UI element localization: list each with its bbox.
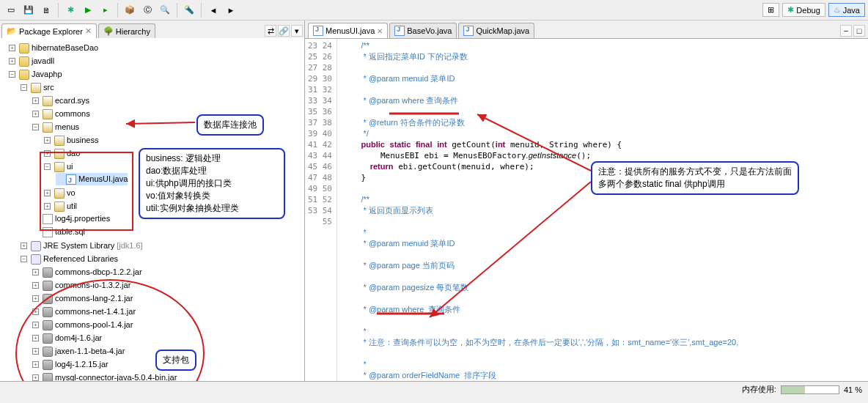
perspective-debug-label: Debug bbox=[796, 6, 820, 15]
code-editor[interactable]: /** * 返回指定菜单ID 下的记录数 * @param menuid 菜单I… bbox=[337, 39, 868, 381]
new-class-button[interactable]: Ⓒ bbox=[139, 2, 155, 18]
tab-menusui[interactable]: MenusUI.java✕ bbox=[308, 23, 388, 38]
jar-mysql[interactable]: +mysql-connector-java-5.0.4-bin.jar bbox=[32, 371, 177, 381]
open-perspective-button[interactable]: ⊞ bbox=[762, 3, 779, 17]
editor-tabs: MenusUI.java✕ BaseVo.java QuickMap.java … bbox=[305, 21, 868, 38]
pkg-ui[interactable]: −ui bbox=[44, 160, 73, 173]
run-button[interactable]: ▶ bbox=[80, 2, 96, 18]
jre-library[interactable]: +JRE System Library [jdk1.6] bbox=[21, 240, 143, 252]
jar-lang[interactable]: +commons-lang-2.1.jar bbox=[32, 292, 133, 305]
view-menu-icon[interactable]: ▾ bbox=[291, 25, 303, 37]
perspective-java-label: Java bbox=[843, 6, 860, 15]
save-button[interactable]: 💾 bbox=[21, 2, 37, 18]
save-all-button[interactable]: 🗎 bbox=[38, 2, 54, 18]
tab-quickmap[interactable]: QuickMap.java bbox=[458, 23, 534, 38]
tab-hierarchy[interactable]: 🌳 Hierarchy bbox=[98, 23, 155, 38]
debug-button[interactable]: ✱ bbox=[62, 2, 78, 18]
file-table-sql[interactable]: table.sql bbox=[32, 226, 85, 238]
run-last-button[interactable]: ▸ bbox=[98, 2, 114, 18]
heap-label: 41 % bbox=[844, 385, 862, 394]
pkg-ecard-sys[interactable]: +ecard.sys bbox=[32, 95, 89, 107]
back-button[interactable]: ◄ bbox=[205, 2, 221, 18]
tab-package-explorer-label: Package Explorer bbox=[19, 27, 83, 36]
project-Javaphp[interactable]: −Javaphp bbox=[9, 68, 62, 81]
pkg-business[interactable]: +business bbox=[44, 134, 98, 147]
minimize-icon[interactable]: − bbox=[840, 25, 852, 37]
main-toolbar: ▭ 💾 🗎 ✱ ▶ ▸ 📦 Ⓒ 🔍 🔦 ◄ ► ⊞ ✱Debug ♨Java bbox=[0, 0, 868, 21]
file-log4j[interactable]: log4j.properties bbox=[32, 212, 110, 225]
status-bar: 内存使用: 41 % bbox=[0, 381, 868, 397]
tab-package-explorer[interactable]: 📂 Package Explorer ✕ bbox=[1, 23, 97, 38]
pkg-util[interactable]: +util bbox=[44, 200, 77, 212]
referenced-libraries[interactable]: −Referenced Libraries bbox=[21, 253, 118, 265]
tab-hierarchy-label: Hierarchy bbox=[116, 27, 150, 36]
new-button[interactable]: ▭ bbox=[3, 2, 19, 18]
tab-basevo[interactable]: BaseVo.java bbox=[389, 23, 457, 38]
new-package-button[interactable]: 📦 bbox=[122, 2, 138, 18]
jar-dom4j[interactable]: +dom4j-1.6.jar bbox=[32, 332, 102, 344]
jar-log4j[interactable]: +log4j-1.2.15.jar bbox=[32, 358, 108, 371]
jar-pool[interactable]: +commons-pool-1.4.jar bbox=[32, 319, 133, 331]
maximize-icon[interactable]: □ bbox=[853, 25, 865, 37]
jar-io[interactable]: +commons-io-1.3.2.jar bbox=[32, 279, 130, 292]
jar-net[interactable]: +commons-net-1.4.1.jar bbox=[32, 306, 136, 318]
forward-button[interactable]: ► bbox=[223, 2, 239, 18]
src-folder[interactable]: −src bbox=[21, 81, 54, 94]
project-javadll[interactable]: +javadll bbox=[9, 55, 54, 67]
collapse-all-icon[interactable]: ⇄ bbox=[265, 25, 276, 37]
project-hibernateBaseDao[interactable]: +hibernateBaseDao bbox=[9, 42, 98, 54]
pkg-dao[interactable]: +dao bbox=[44, 147, 80, 160]
pkg-menus[interactable]: −menus bbox=[32, 121, 79, 133]
open-type-button[interactable]: 🔍 bbox=[157, 2, 173, 18]
package-explorer-tree[interactable]: +hibernateBaseDao +javadll −Javaphp −src… bbox=[0, 38, 304, 381]
heap-indicator[interactable] bbox=[781, 385, 839, 394]
search-button[interactable]: 🔦 bbox=[181, 2, 197, 18]
perspective-java[interactable]: ♨Java bbox=[828, 3, 865, 17]
jar-dbcp[interactable]: +commons-dbcp-1.2.2.jar bbox=[32, 266, 142, 278]
left-view-tabs: 📂 Package Explorer ✕ 🌳 Hierarchy ⇄ 🔗 ▾ bbox=[0, 21, 304, 38]
heap-label-prefix: 内存使用: bbox=[742, 384, 776, 395]
line-gutter: 23 24 25 26 27 28 29 30 31 32 33 34 35 3… bbox=[305, 39, 337, 381]
perspective-debug[interactable]: ✱Debug bbox=[782, 3, 825, 17]
link-editor-icon[interactable]: 🔗 bbox=[278, 25, 290, 37]
file-MenusUI[interactable]: MenusUI.java bbox=[56, 173, 128, 185]
jar-jaxen[interactable]: +jaxen-1.1-beta-4.jar bbox=[32, 345, 125, 358]
close-icon[interactable]: ✕ bbox=[377, 27, 383, 35]
pkg-vo[interactable]: +vo bbox=[44, 187, 76, 199]
pkg-commons[interactable]: +commons bbox=[32, 108, 90, 120]
